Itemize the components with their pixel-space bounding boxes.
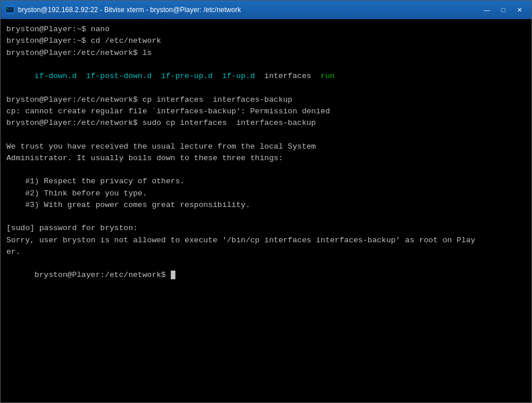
- line-text: bryston@Player:/etc/network$ ls: [6, 49, 152, 57]
- terminal-line: bryston@Player:/etc/network$ cp interfac…: [6, 94, 526, 106]
- terminal-line: bryston@Player:~$ nano: [6, 24, 526, 35]
- line-text: bryston@Player:~$ nano: [6, 25, 109, 34]
- terminal-line: #3) With great power comes great respons…: [6, 199, 526, 211]
- svg-rect-3: [7, 8, 8, 9]
- terminal-line: bryston@Player:/etc/network$ sudo cp int…: [6, 117, 526, 129]
- titlebar: bryston@192.168.2.92:22 - Bitvise xterm …: [1, 1, 531, 19]
- ls-item: if-pre-up.d: [161, 72, 212, 80]
- ls-item: run: [321, 72, 335, 80]
- terminal-line: cp: cannot create regular file `interfac…: [6, 106, 526, 117]
- terminal-line: bryston@Player:~$ cd /etc/network: [6, 35, 526, 47]
- line-text: #1) Respect the privacy of others.: [6, 177, 185, 186]
- ls-item: if-up.d: [222, 72, 255, 80]
- terminal-line: #1) Respect the privacy of others.: [6, 176, 526, 187]
- terminal-body[interactable]: bryston@Player:~$ nano bryston@Player:~$…: [1, 19, 531, 402]
- line-text: [sudo] password for bryston:: [6, 224, 138, 232]
- line-text: cp: cannot create regular file `interfac…: [6, 107, 330, 116]
- window-title: bryston@192.168.2.92:22 - Bitvise xterm …: [18, 6, 479, 14]
- line-text: er.: [6, 247, 20, 256]
- minimize-button[interactable]: —: [479, 4, 494, 16]
- terminal-blank: [6, 164, 526, 176]
- terminal-line-error1: Sorry, user bryston is not allowed to ex…: [6, 235, 526, 246]
- ls-item: interfaces: [265, 72, 311, 80]
- line-text: Sorry, user bryston is not allowed to ex…: [6, 236, 475, 245]
- terminal-prompt-line: bryston@Player:/etc/network$: [6, 258, 526, 293]
- terminal-line: #2) Think before you type.: [6, 188, 526, 199]
- terminal-line-ls: if-down.d if-post-down.d if-pre-up.d if-…: [6, 59, 526, 94]
- line-text: bryston@Player:/etc/network$ cp interfac…: [6, 95, 292, 104]
- line-text: Administrator. It usually boils down to …: [6, 154, 283, 162]
- line-text: #2) Think before you type.: [6, 189, 147, 198]
- terminal-line: bryston@Player:/etc/network$ ls: [6, 47, 526, 59]
- terminal-line-sudo-prompt: [sudo] password for bryston:: [6, 223, 526, 234]
- app-icon: [5, 5, 14, 14]
- terminal-line-error2: er.: [6, 246, 526, 258]
- line-text: bryston@Player:/etc/network$ sudo cp int…: [6, 119, 316, 127]
- terminal-window: bryston@192.168.2.92:22 - Bitvise xterm …: [0, 0, 532, 403]
- maximize-button[interactable]: □: [496, 4, 511, 16]
- terminal-blank: [6, 211, 526, 223]
- ls-item: if-down.d: [35, 72, 77, 80]
- terminal-blank: [6, 129, 526, 141]
- line-text: We trust you have received the usual lec…: [6, 142, 316, 151]
- line-text: bryston@Player:~$ cd /etc/network: [6, 36, 161, 45]
- terminal-cursor: [171, 271, 175, 279]
- ls-item: if-post-down.d: [86, 72, 152, 80]
- close-button[interactable]: ✕: [512, 4, 527, 16]
- prompt-text: bryston@Player:/etc/network$: [35, 271, 171, 279]
- terminal-line: Administrator. It usually boils down to …: [6, 153, 526, 164]
- terminal-line: We trust you have received the usual lec…: [6, 141, 526, 153]
- window-controls: — □ ✕: [479, 4, 527, 16]
- line-text: #3) With great power comes great respons…: [6, 201, 250, 209]
